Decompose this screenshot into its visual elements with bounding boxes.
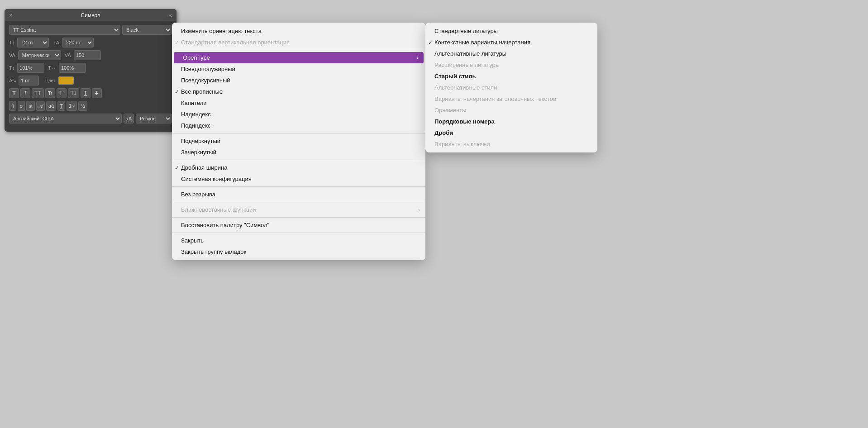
submenu-item-label: Порядковые номера — [434, 118, 495, 125]
submenu-item-label: Дроби — [434, 129, 453, 136]
kerning-select[interactable]: Метрически — [18, 50, 61, 60]
language-select[interactable]: Английский: США — [9, 114, 122, 124]
menu-item-label: Дробная ширина — [181, 164, 227, 171]
special-btn-script-a[interactable]: 𝒜 — [36, 101, 45, 111]
menu-item-close[interactable]: Закрыть — [172, 235, 425, 246]
submenu-item-contextual-alternates[interactable]: ✓Контекстные варианты начертания — [425, 37, 597, 48]
submenu-item-label: Контекстные варианты начертания — [434, 39, 530, 46]
menu-item-label: Подиндекс — [181, 122, 210, 129]
menu-item-all-caps[interactable]: ✓Все прописные — [172, 86, 425, 97]
menu-item-pseudo-italic[interactable]: Псевдокурсивный — [172, 75, 425, 86]
menu-item-close-group[interactable]: Закрыть группу вкладок — [172, 246, 425, 257]
special-btn-half[interactable]: ½ — [78, 101, 87, 111]
special-btn-sigma[interactable]: σ — [18, 101, 25, 111]
menu-item-label: Закрыть группу вкладок — [181, 248, 246, 255]
tracking-input[interactable]: 150 — [74, 50, 101, 60]
style-btn-tt[interactable]: TT — [32, 88, 44, 98]
style-btn-strikethrough[interactable]: T — [92, 88, 102, 98]
menu-separator — [172, 217, 425, 218]
menu-item-subscript[interactable]: Подиндекс — [172, 120, 425, 131]
baseline-input[interactable]: 1 пт — [19, 76, 39, 86]
menu-item-label: Закрыть — [181, 237, 204, 244]
color-swatch[interactable] — [58, 76, 74, 85]
menu-item-label: Зачеркнутый — [181, 149, 216, 156]
check-icon: ✓ — [175, 165, 179, 171]
menu-item-pseudo-bold[interactable]: Псевдополужирный — [172, 63, 425, 75]
menu-item-label: Стандартная вертикальная ориентация — [181, 39, 290, 46]
kerning-tracking-row: VA Метрически VA 150 — [9, 50, 172, 60]
menu-separator — [172, 202, 425, 202]
submenu-item-fractions[interactable]: Дроби — [425, 127, 597, 138]
color-label: Цвет: — [45, 78, 57, 83]
submenu-item-label: Орнаменты — [434, 107, 466, 114]
special-buttons-row: fi σ st 𝒜 aā T̲ 1st ½ — [9, 101, 172, 111]
menu-separator — [172, 50, 425, 50]
font-family-select[interactable]: TT Espina — [9, 25, 120, 35]
menu-item-label: Восстановить палитру "Символ" — [181, 222, 269, 228]
main-context-menu: Изменить ориентацию текста✓Стандартная в… — [172, 23, 425, 260]
check-icon: ✓ — [428, 39, 433, 46]
font-row: TT Espina Black — [9, 25, 172, 35]
submenu-item-old-style[interactable]: Старый стиль — [425, 71, 597, 82]
panel-close-button[interactable]: × — [9, 12, 13, 19]
special-btn-aa[interactable]: aā — [46, 101, 56, 111]
panel-collapse-button[interactable]: « — [169, 12, 172, 19]
submenu-arrow-icon: › — [416, 55, 418, 61]
scale-h-icon: T↔ — [48, 65, 56, 71]
menu-item-system-layout[interactable]: Системная конфигурация — [172, 173, 425, 185]
symbol-panel: × Символ « TT Espina Black T↕ 12 пт ↕A 2… — [5, 9, 176, 132]
menu-item-opentype[interactable]: OpenType› — [174, 52, 424, 63]
menu-item-standard-orientation: ✓Стандартная вертикальная ориентация — [172, 37, 425, 48]
style-buttons-row: T T TT Tt T' T1 T T — [9, 88, 172, 98]
menu-item-restore-palette[interactable]: Восстановить палитру "Символ" — [172, 219, 425, 231]
special-btn-ordinal[interactable]: 1st — [67, 101, 77, 111]
baseline-icon: A²₄ — [9, 78, 16, 84]
scale-v-input[interactable]: 101% — [17, 63, 44, 73]
menu-item-label: OpenType — [183, 54, 210, 61]
special-btn-fi[interactable]: fi — [9, 101, 16, 111]
style-btn-t-sub[interactable]: T1 — [68, 88, 79, 98]
special-btn-st[interactable]: st — [26, 101, 35, 111]
style-btn-italic-t[interactable]: T — [20, 88, 30, 98]
menu-item-label: Системная конфигурация — [181, 176, 252, 182]
scale-h-input[interactable]: 100% — [59, 63, 86, 73]
submenu-item-label: Варианты выключки — [434, 141, 490, 147]
font-size-icon: T↕ — [9, 40, 14, 45]
scale-v-icon: T↕ — [9, 65, 14, 71]
panel-body: TT Espina Black T↕ 12 пт ↕A 220 пт VA Ме… — [5, 21, 176, 127]
aa-button[interactable]: аА — [124, 114, 134, 124]
submenu-item-standard-ligatures[interactable]: Стандартные лигатуры — [425, 25, 597, 37]
font-size-select[interactable]: 12 пт — [17, 38, 49, 48]
menu-item-label: Подчеркнутый — [181, 138, 220, 144]
menu-item-fractional-width[interactable]: ✓Дробная ширина — [172, 162, 425, 173]
leading-icon: ↕A — [53, 40, 59, 45]
submenu-item-label: Стандартные лигатуры — [434, 28, 498, 34]
style-btn-bold-t[interactable]: T — [9, 88, 19, 98]
submenu-item-label: Варианты начертания заголовочных текстов — [434, 95, 556, 102]
submenu-item-ordinals[interactable]: Порядковые номера — [425, 116, 597, 127]
style-btn-underline[interactable]: T — [81, 88, 91, 98]
anti-alias-select[interactable]: Резкое — [136, 114, 172, 124]
menu-item-label: Ближневосточные функции — [181, 206, 256, 213]
menu-item-no-break[interactable]: Без разрыва — [172, 189, 425, 200]
special-btn-t-special[interactable]: T̲ — [57, 101, 65, 111]
menu-item-change-orientation[interactable]: Изменить ориентацию текста — [172, 25, 425, 37]
menu-item-underline[interactable]: Подчеркнутый — [172, 135, 425, 147]
submenu-item-alt-ligatures[interactable]: Альтернативные лигатуры — [425, 48, 597, 59]
menu-item-small-caps[interactable]: Капители — [172, 97, 425, 109]
style-btn-t-prime[interactable]: T' — [57, 88, 67, 98]
submenu-arrow-icon: › — [418, 207, 420, 213]
menu-item-label: Капители — [181, 100, 207, 106]
tracking-icon: VA — [65, 52, 71, 58]
menu-item-strikethrough[interactable]: Зачеркнутый — [172, 147, 425, 158]
opentype-submenu: Стандартные лигатуры✓Контекстные вариант… — [425, 23, 597, 152]
leading-select[interactable]: 220 пт — [62, 38, 94, 48]
panel-title: Символ — [81, 12, 100, 19]
style-btn-tt-small[interactable]: Tt — [45, 88, 55, 98]
kerning-icon: VA — [9, 52, 15, 58]
language-row: Английский: США аА Резкое — [9, 114, 172, 124]
menu-item-superscript[interactable]: Надиндекс — [172, 109, 425, 120]
menu-item-middle-east: Ближневосточные функции› — [172, 204, 425, 215]
menu-item-label: Псевдокурсивный — [181, 77, 230, 84]
font-style-select[interactable]: Black — [122, 25, 172, 35]
